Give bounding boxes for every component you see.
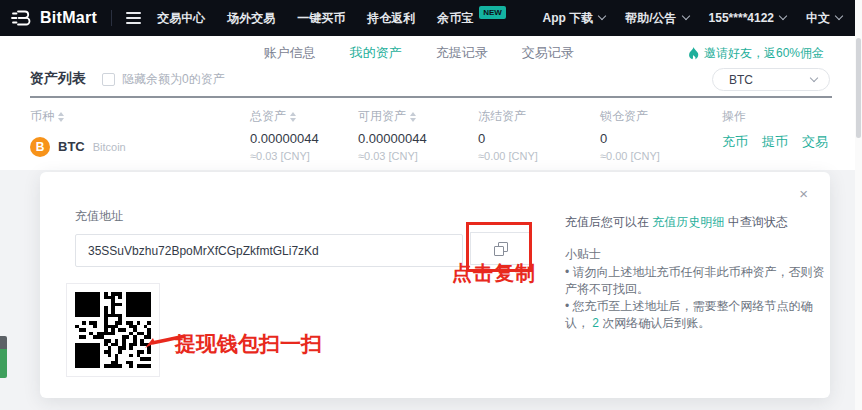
brand-name[interactable]: BitMart	[40, 9, 97, 27]
withdraw-link[interactable]: 提币	[762, 133, 788, 151]
tab-trade-history[interactable]: 交易记录	[522, 44, 574, 62]
locked-value: 0	[600, 131, 722, 146]
menu-item-rebate[interactable]: 持仓返利	[367, 10, 415, 27]
tab-my-assets[interactable]: 我的资产	[350, 44, 402, 62]
frozen-value: 0	[478, 131, 600, 146]
col-coin[interactable]: 币种	[30, 108, 250, 125]
side-feedback-widget[interactable]	[0, 336, 7, 378]
scrollbar-thumb[interactable]	[856, 38, 861, 138]
deposit-address-input[interactable]	[75, 234, 463, 267]
page-scrollbar	[855, 0, 862, 410]
sort-icon	[290, 112, 296, 122]
deposit-address-modal: × 充值地址 点击复制 充值后您可以在 充值历史明细 中查询状态 小贴士 • 请…	[40, 172, 830, 398]
col-actions: 操作	[722, 108, 832, 125]
deposit-link[interactable]: 充币	[722, 133, 748, 151]
available-value: 0.00000044	[358, 131, 478, 146]
asset-table-header: 币种 总资产 可用资产 冻结资产 锁仓资产 操作	[30, 108, 832, 125]
hide-zero-balance-toggle[interactable]: 隐藏余额为0的资产	[102, 71, 225, 88]
col-frozen: 冻结资产	[478, 108, 600, 125]
total-cny: ≈0.03 [CNY]	[250, 150, 358, 162]
deposit-history-note: 充值后您可以在 充值历史明细 中查询状态	[565, 214, 788, 231]
menu-item-savings[interactable]: 余币宝	[437, 10, 473, 27]
sort-icon	[58, 112, 64, 122]
available-cny: ≈0.03 [CNY]	[358, 150, 478, 162]
deposit-address-label: 充值地址	[75, 208, 123, 225]
scan-annotation-text: 提现钱包扫一扫	[175, 330, 322, 358]
new-badge: NEW	[479, 6, 506, 19]
chevron-down-icon	[598, 12, 606, 20]
deposit-history-link[interactable]: 充值历史明细	[652, 215, 724, 229]
language-dropdown[interactable]: 中文	[806, 10, 842, 27]
menu-item-otc[interactable]: 场外交易	[227, 10, 275, 27]
divider	[30, 96, 832, 98]
tip-2: • 您充币至上述地址后，需要整个网络节点的确认， 2 次网络确认后到账。	[565, 298, 827, 332]
asset-table-row-btc: B BTC Bitcoin 0.00000044≈0.03 [CNY] 0.00…	[30, 131, 832, 162]
frozen-cny: ≈0.00 [CNY]	[478, 150, 600, 162]
qr-code	[66, 283, 160, 377]
tip-1: • 请勿向上述地址充币任何非此币种资产，否则资产将不可找回。	[565, 264, 827, 298]
account-phone-dropdown[interactable]: 155****4122	[709, 11, 786, 25]
col-available[interactable]: 可用资产	[358, 108, 478, 125]
coin-name: Bitcoin	[93, 141, 126, 153]
tips-title: 小贴士	[565, 246, 601, 263]
col-total[interactable]: 总资产	[250, 108, 358, 125]
locked-cny: ≈0.00 [CNY]	[600, 150, 722, 162]
tab-deposit-withdraw-history[interactable]: 充提记录	[436, 44, 488, 62]
hide-zero-checkbox[interactable]	[102, 73, 115, 86]
divider	[111, 10, 112, 26]
chevron-down-icon	[835, 12, 843, 20]
btc-coin-icon: B	[30, 137, 50, 157]
sort-icon	[410, 112, 416, 122]
asset-list-title: 资产列表	[30, 70, 86, 88]
tabs-bar: 账户信息 我的资产 充提记录 交易记录 邀请好友，返60%佣金	[0, 36, 856, 70]
total-value: 0.00000044	[250, 131, 358, 146]
coin-filter-select[interactable]: BTC	[712, 68, 830, 91]
main-menu: 交易中心 场外交易 一键买币 持仓返利 余币宝 NEW	[157, 10, 506, 27]
copy-icon	[494, 242, 507, 255]
menu-item-trade-center[interactable]: 交易中心	[157, 10, 205, 27]
trade-link[interactable]: 交易	[802, 133, 828, 151]
flame-icon	[688, 47, 699, 60]
app-download-dropdown[interactable]: App 下载	[543, 10, 606, 27]
hamburger-menu-icon[interactable]	[126, 12, 141, 24]
invite-friends-link[interactable]: 邀请好友，返60%佣金	[688, 45, 824, 62]
help-announcement-dropdown[interactable]: 帮助/公告	[625, 10, 688, 27]
tab-account-info[interactable]: 账户信息	[264, 44, 316, 62]
copy-annotation-text: 点击复制	[452, 260, 536, 287]
menu-item-buy-coin[interactable]: 一键买币	[297, 10, 345, 27]
chevron-down-icon	[681, 12, 689, 20]
bitmart-logo-icon[interactable]	[10, 6, 34, 30]
navbar-right: App 下载 帮助/公告 155****4122 中文	[543, 10, 842, 27]
col-locked: 锁仓资产	[600, 108, 722, 125]
top-navbar: BitMart 交易中心 场外交易 一键买币 持仓返利 余币宝 NEW App …	[0, 0, 856, 36]
close-icon[interactable]: ×	[799, 186, 808, 201]
page: BitMart 交易中心 场外交易 一键买币 持仓返利 余币宝 NEW App …	[0, 0, 862, 410]
chevron-down-icon	[810, 73, 818, 81]
chevron-down-icon	[779, 12, 787, 20]
coin-symbol: BTC	[58, 139, 85, 154]
